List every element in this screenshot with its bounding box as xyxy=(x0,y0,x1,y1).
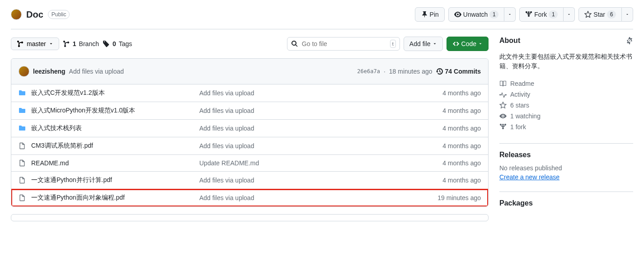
file-age: 4 months ago xyxy=(442,142,481,150)
file-name-link[interactable]: 一文速通Python并行计算.pdf xyxy=(31,176,112,183)
add-file-button[interactable]: Add file xyxy=(404,37,443,51)
watching-link[interactable]: 1 watching xyxy=(499,112,633,120)
add-file-label: Add file xyxy=(409,39,431,48)
file-name-link[interactable]: 一文速通Python面向对象编程.pdf xyxy=(31,194,125,201)
file-name-link[interactable]: 嵌入式技术栈列表 xyxy=(31,124,82,131)
file-name-link[interactable]: CM3调试系统简析.pdf xyxy=(31,142,93,149)
releases-title[interactable]: Releases xyxy=(499,151,633,159)
file-row: 嵌入式C开发规范v1.2版本Add files via upload4 mont… xyxy=(11,84,488,102)
file-name-link[interactable]: 嵌入式C开发规范v1.2版本 xyxy=(31,89,105,96)
commit-author[interactable]: leezisheng xyxy=(33,68,66,75)
fork-count: 1 xyxy=(549,10,558,19)
code-label: Code xyxy=(461,39,476,48)
caret-down-icon xyxy=(567,13,571,16)
commits-count: 74 xyxy=(445,68,452,75)
file-icon xyxy=(19,142,26,150)
file-icon xyxy=(19,159,26,167)
repo-name[interactable]: Doc xyxy=(26,9,43,20)
file-search-input[interactable] xyxy=(302,40,386,47)
forks-link[interactable]: 1 fork xyxy=(499,123,633,131)
readme-box-top xyxy=(11,214,489,221)
file-row: 一文速通Python并行计算.pdfAdd files via upload4 … xyxy=(11,172,488,189)
tags-link[interactable]: 0 Tags xyxy=(103,40,132,47)
fork-dropdown[interactable] xyxy=(564,7,575,22)
branches-label: Branch xyxy=(79,40,99,47)
file-row: README.mdUpdate README.md4 months ago xyxy=(11,155,488,172)
commit-age: 18 minutes ago xyxy=(389,68,432,75)
star-label: Star xyxy=(593,10,605,19)
branches-count: 1 xyxy=(73,40,76,47)
branches-link[interactable]: 1 Branch xyxy=(63,40,99,47)
fork-label: Fork xyxy=(534,10,547,19)
search-icon xyxy=(291,40,298,47)
file-row: 一文速通Python面向对象编程.pdfAdd files via upload… xyxy=(11,189,488,206)
pin-label: Pin xyxy=(430,10,439,19)
file-commit-msg[interactable]: Add files via upload xyxy=(199,125,254,132)
readme-link[interactable]: Readme xyxy=(499,80,633,87)
branch-name: master xyxy=(27,40,46,47)
file-age: 4 months ago xyxy=(442,107,481,114)
tag-icon xyxy=(103,40,110,47)
branch-selector[interactable]: master xyxy=(11,37,59,50)
pin-icon xyxy=(421,11,428,18)
commits-label: Commits xyxy=(454,68,481,75)
about-description: 此文件夹主要包括嵌入式开发规范和相关技术书籍、资料分享。 xyxy=(499,52,633,71)
packages-title[interactable]: Packages xyxy=(499,199,633,207)
star-icon xyxy=(499,102,507,109)
file-commit-msg[interactable]: Update README.md xyxy=(199,159,259,167)
caret-down-icon xyxy=(478,42,483,46)
caret-down-icon xyxy=(508,13,512,16)
commit-hash[interactable]: 26e6a7a xyxy=(357,68,380,75)
unwatch-count: 1 xyxy=(489,10,498,19)
fork-button[interactable]: Fork 1 xyxy=(519,7,564,22)
pin-button[interactable]: Pin xyxy=(415,7,445,22)
file-row: 嵌入式技术栈列表Add files via upload4 months ago xyxy=(11,120,488,137)
file-icon xyxy=(19,177,26,184)
file-commit-msg[interactable]: Add files via upload xyxy=(199,142,254,150)
file-row: 嵌入式MicroPython开发规范v1.0版本Add files via up… xyxy=(11,102,488,120)
file-commit-msg[interactable]: Add files via upload xyxy=(199,177,254,184)
owner-avatar[interactable] xyxy=(11,9,22,20)
about-title: About xyxy=(499,37,520,45)
unwatch-button[interactable]: Unwatch 1 xyxy=(448,7,504,22)
file-age: 4 months ago xyxy=(442,177,481,184)
file-commit-msg[interactable]: Add files via upload xyxy=(199,89,254,97)
code-button[interactable]: Code xyxy=(447,37,489,51)
stars-link[interactable]: 6 stars xyxy=(499,102,633,109)
file-row: CM3调试系统简析.pdfAdd files via upload4 month… xyxy=(11,137,488,155)
file-commit-msg[interactable]: Add files via upload xyxy=(199,194,254,201)
file-name-link[interactable]: 嵌入式MicroPython开发规范v1.0版本 xyxy=(31,107,135,114)
file-name-link[interactable]: README.md xyxy=(31,159,69,167)
search-kbd: t xyxy=(390,40,396,48)
unwatch-dropdown[interactable] xyxy=(504,7,516,22)
file-search[interactable]: t xyxy=(287,37,400,51)
commits-link[interactable]: 74 Commits xyxy=(436,68,481,75)
branch-icon xyxy=(17,40,24,47)
folder-icon xyxy=(19,89,26,97)
tags-count: 0 xyxy=(113,40,116,47)
star-count: 6 xyxy=(607,10,616,19)
gear-icon[interactable] xyxy=(626,37,633,44)
tags-label: Tags xyxy=(119,40,132,47)
folder-icon xyxy=(19,125,26,132)
activity-link[interactable]: Activity xyxy=(499,91,633,98)
star-button[interactable]: Star 6 xyxy=(578,7,622,22)
file-commit-msg[interactable]: Add files via upload xyxy=(199,107,254,114)
commit-message[interactable]: Add files via upload xyxy=(69,68,124,75)
branch-icon xyxy=(63,40,70,47)
file-age: 4 months ago xyxy=(442,89,481,97)
commit-author-avatar[interactable] xyxy=(19,66,29,77)
book-icon xyxy=(499,80,507,87)
pulse-icon xyxy=(499,91,507,98)
releases-empty: No releases published xyxy=(499,164,633,172)
fork-icon xyxy=(525,11,532,18)
eye-icon xyxy=(454,11,461,18)
star-icon xyxy=(584,11,592,18)
star-dropdown[interactable] xyxy=(622,7,633,22)
file-icon xyxy=(19,194,26,201)
eye-icon xyxy=(499,112,507,120)
visibility-badge: Public xyxy=(48,10,70,19)
caret-down-icon xyxy=(625,13,629,16)
folder-icon xyxy=(19,107,26,114)
create-release-link[interactable]: Create a new release xyxy=(499,173,559,181)
